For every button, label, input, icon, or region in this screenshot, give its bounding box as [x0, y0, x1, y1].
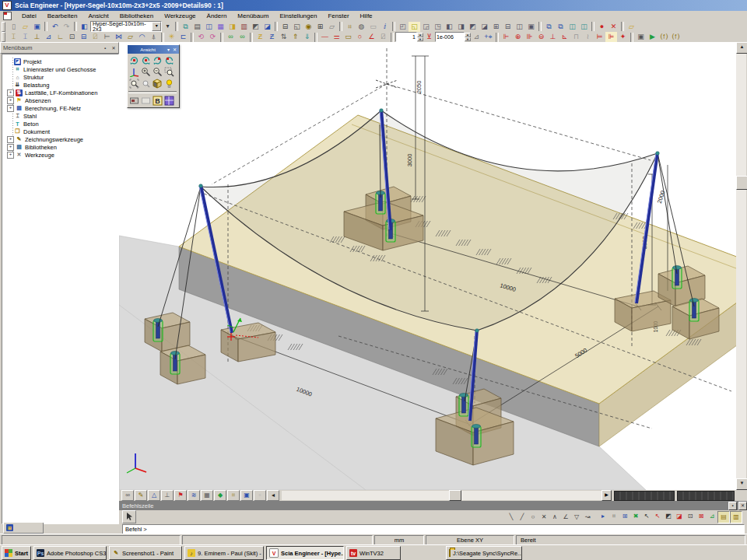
new-window-icon[interactable]: ◧	[79, 22, 90, 32]
link-chain-icon[interactable]: ∞	[121, 490, 134, 501]
support-soil-icon[interactable]: ⊓	[570, 32, 582, 42]
task-paint[interactable]: ✎ Screenshot1 - Paint	[109, 546, 182, 560]
close-icon[interactable]: ✕	[110, 44, 117, 51]
glasses-1-icon[interactable]: ∞	[225, 32, 237, 42]
undo-icon[interactable]: ↶	[49, 22, 61, 32]
slope-icon[interactable]: ⊿	[471, 32, 482, 42]
project-combobox[interactable]: Hyper-Segel-10x10m-2x3 ▾	[90, 21, 162, 32]
perspective-window-icon[interactable]	[163, 95, 175, 107]
column-icon[interactable]: ⌶	[19, 32, 31, 42]
scroll-up-icon[interactable]: ▲	[736, 42, 747, 54]
render-2-icon[interactable]	[140, 95, 152, 107]
track-5-icon[interactable]: ⊡	[685, 511, 696, 522]
section-filter-icon[interactable]: ≋	[188, 490, 200, 501]
window-tile-4-icon[interactable]: ◳	[432, 22, 444, 32]
precision-spinner[interactable]: ▲▼	[465, 33, 471, 41]
horizontal-scroll-track-2[interactable]	[461, 491, 601, 500]
angle-icon[interactable]: ∠	[366, 32, 377, 42]
save-icon[interactable]: ▣	[31, 22, 43, 32]
move-z2-icon[interactable]: Ƶ	[266, 32, 278, 42]
tree-item-beton[interactable]: TBeton	[2, 120, 118, 128]
snap-endpoint-icon[interactable]: ╲	[506, 512, 517, 523]
vehicle-icon[interactable]: ⊏	[177, 32, 189, 42]
arbitrary-icon[interactable]: ⋈	[113, 32, 124, 42]
window-arrange-icon[interactable]: ⊞	[490, 22, 502, 32]
expand-icon[interactable]: +	[7, 89, 14, 96]
window-close-all-icon[interactable]: ◪	[479, 22, 490, 32]
window-tile-2-icon[interactable]: ◱	[409, 22, 420, 32]
rotate-right-icon[interactable]: ⟳	[207, 32, 219, 42]
coord-system-icon[interactable]: ⊥	[161, 490, 174, 501]
level-down-icon[interactable]: ⇓	[301, 32, 313, 42]
load-panel-icon[interactable]: ⊟	[78, 32, 89, 42]
line-double-icon[interactable]: ⚌	[331, 32, 342, 42]
snap-off-icon[interactable]: ✖	[630, 511, 641, 522]
wall-icon[interactable]: ∟	[54, 32, 66, 42]
track-7-icon[interactable]: ⊿	[707, 511, 717, 522]
frames-icon[interactable]: ◪	[261, 22, 273, 32]
menu-aendern[interactable]: Ändern	[202, 12, 233, 20]
save-view-icon[interactable]: ▣	[635, 32, 647, 42]
toolbar-grip[interactable]	[2, 22, 5, 32]
menu-bibliotheken[interactable]: Bibliotheken	[114, 12, 160, 20]
combo-dropdown-arrow[interactable]: ▾	[152, 22, 161, 31]
close-icon[interactable]: ✕	[738, 502, 747, 510]
menu-hilfe[interactable]: Hilfe	[355, 12, 378, 20]
layout-manager-icon[interactable]: ◩	[250, 22, 261, 32]
dot-grid-edit-icon[interactable]: ▥	[730, 511, 742, 523]
snap-perpendicular-icon[interactable]: ∧	[549, 512, 560, 523]
zoom-previous-icon[interactable]	[140, 78, 152, 89]
vertical-scrollbar[interactable]: ▲ ▼	[736, 42, 746, 490]
tree-item-lastfaelle[interactable]: +⇅Lastfälle, LF-Kombinationen	[2, 89, 118, 96]
window-cascade-icon[interactable]: ◧	[444, 22, 455, 32]
status-plane[interactable]: Ebene XY	[426, 535, 514, 545]
stamp-icon[interactable]: ▦	[201, 490, 213, 501]
cascade-2-icon[interactable]: ⧉	[555, 22, 566, 32]
render-view-icon[interactable]: ▶	[647, 32, 658, 42]
accelerate-icon[interactable]: ✳	[166, 32, 177, 42]
record-dot-icon[interactable]: ●	[596, 22, 608, 32]
rotate-left-icon[interactable]: ⟲	[195, 32, 207, 42]
tree-item-absenzen[interactable]: +⚑Absenzen	[2, 96, 118, 104]
zoom-all-icon[interactable]	[128, 78, 140, 89]
pin-icon[interactable]: ▪	[728, 502, 737, 510]
zoom-document-icon[interactable]: ◍	[356, 22, 367, 32]
paperspace-icon[interactable]: ▦	[215, 22, 226, 32]
redo-icon[interactable]: ↷	[61, 22, 72, 32]
cascade-1-icon[interactable]: ⧉	[543, 22, 555, 32]
snap-center-icon[interactable]: ○	[528, 512, 538, 523]
print-preview-icon[interactable]: ◱	[291, 22, 303, 32]
cascade-3-icon[interactable]: ◫	[566, 22, 578, 32]
expand-icon[interactable]: +	[7, 97, 14, 104]
window-grid-icon[interactable]: ▣	[240, 490, 253, 501]
tree-item-berechnung[interactable]: +▤Berechnung, FE-Netz	[2, 104, 118, 112]
tree-item-zeichnungswerkzeuge[interactable]: +✎Zeichnungswerkzeuge	[2, 135, 118, 143]
track-2-icon[interactable]: ↖	[652, 511, 663, 522]
menu-menubaum[interactable]: Menübaum	[232, 12, 274, 20]
cross-beam-icon[interactable]: ⊥	[31, 32, 43, 42]
animation-bar-2[interactable]	[677, 491, 735, 501]
opening-icon[interactable]: ⊡	[66, 32, 78, 42]
tree-item-stahl[interactable]: ⌶Stahl	[2, 112, 118, 120]
toolbar-grip-2[interactable]	[2, 32, 5, 42]
filter-1-icon[interactable]: ⒡	[658, 32, 670, 42]
b-mode-icon[interactable]: B	[152, 95, 163, 107]
tree-item-belastung[interactable]: ⇊Belastung	[2, 81, 118, 89]
window-horizontal-icon[interactable]: ◨	[455, 22, 467, 32]
expand-icon[interactable]: +	[7, 105, 14, 112]
mdi-document-icon[interactable]	[3, 12, 12, 20]
clipping-box-icon[interactable]	[152, 78, 163, 89]
strip-collapse-icon[interactable]: ◂	[267, 490, 279, 501]
render-1-icon[interactable]	[128, 95, 140, 107]
window-split-icon[interactable]: ◫	[514, 22, 525, 32]
animation-bar-1[interactable]	[614, 491, 675, 501]
ucs-add-icon[interactable]: +⌖	[482, 32, 494, 42]
window-tile-1-icon[interactable]: ◰	[397, 22, 409, 32]
ansicht-palette[interactable]: Ansicht ▾ ✕ B	[127, 44, 180, 108]
window-new-group-icon[interactable]: ⊟	[502, 22, 514, 32]
task-explorer-folder[interactable]: J:\Seagate Sync\SyncRe...	[446, 546, 522, 560]
gallery-icon[interactable]: ▤	[191, 22, 203, 32]
tree-item-projekt[interactable]: ◪Projekt	[2, 58, 118, 65]
task-media-player[interactable]: ♪ 9. Eminem - Paul (Skit) - ...	[184, 546, 264, 560]
menu-datei[interactable]: Datei	[16, 12, 42, 20]
